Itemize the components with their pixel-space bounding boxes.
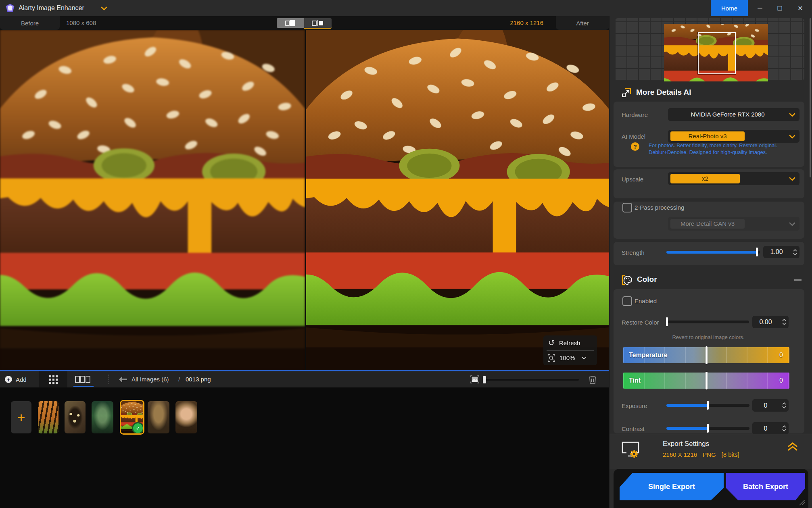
panel-scrollbar[interactable] (810, 18, 811, 177)
thumbnail-butterfly[interactable] (65, 401, 86, 433)
thumbnail-steampunk-dog[interactable] (148, 401, 169, 433)
after-pane[interactable] (306, 30, 609, 370)
color-collapse-button[interactable] (794, 279, 802, 281)
minimize-button[interactable]: ─ (751, 0, 769, 16)
after-tab[interactable]: After (556, 16, 609, 30)
tint-handle[interactable] (706, 372, 708, 389)
hardware-chevron-icon (789, 113, 795, 117)
export-collapse-icon[interactable] (787, 441, 798, 451)
split-view-icon (312, 20, 324, 26)
tint-slider[interactable]: Tint 0 (623, 373, 789, 389)
zoom-chevron-icon[interactable] (581, 356, 587, 360)
help-icon[interactable]: ? (631, 142, 639, 151)
split-view-button[interactable] (304, 18, 332, 29)
ai-model-value: Real-Photo v3 (670, 131, 745, 141)
navigator-viewport[interactable] (698, 32, 736, 74)
upscale-chevron-icon (789, 177, 795, 181)
resize-grip-icon[interactable] (798, 500, 805, 506)
zoom-control[interactable]: 100% (543, 350, 597, 365)
close-button[interactable]: ✕ (791, 0, 809, 16)
before-size: 1080 x 608 (66, 16, 96, 30)
help-line-1: For photos. Better fidelity, more clarit… (649, 142, 799, 149)
before-pane[interactable] (0, 30, 305, 370)
spin-up-icon[interactable] (793, 249, 797, 252)
single-view-button[interactable] (277, 18, 304, 28)
gan-model-dropdown[interactable]: More-Detail GAN v3 (668, 217, 799, 231)
filmstrip-view-button[interactable] (69, 371, 96, 387)
export-depth: [8 bits] (722, 451, 739, 458)
hardware-dropdown[interactable]: NVIDIA GeForce RTX 2080 (668, 108, 799, 121)
app-window: Aiarty Image Enhancer Home ─ □ ✕ Before … (0, 0, 812, 508)
temperature-handle[interactable] (706, 346, 708, 364)
strength-label: Strength (622, 249, 645, 256)
restore-color-handle[interactable] (666, 317, 668, 326)
strength-handle[interactable] (756, 248, 758, 256)
two-pass-checkbox[interactable] (622, 203, 632, 212)
after-label: After (576, 20, 589, 27)
thumbnail-burger-selected[interactable]: ✓ (120, 400, 144, 435)
navigator (615, 18, 804, 81)
portrait-image (175, 401, 197, 433)
upscale-label: Upscale (622, 176, 643, 183)
exposure-spinner[interactable] (782, 399, 786, 412)
add-image-tile[interactable]: + (11, 401, 31, 433)
contrast-spinner[interactable] (782, 422, 786, 435)
grid-view-button[interactable] (39, 371, 67, 387)
more-details-icon (621, 87, 632, 98)
contrast-fill (666, 427, 708, 430)
temperature-slider[interactable]: Temperature 0 (623, 347, 789, 363)
exposure-value-box[interactable]: 0 (752, 399, 789, 412)
exposure-handle[interactable] (707, 401, 709, 410)
breadcrumb-all-images[interactable]: All Images (6) (132, 371, 169, 387)
before-tab[interactable]: Before (0, 16, 60, 30)
contrast-value-box[interactable]: 0 (752, 422, 789, 435)
spin-down-icon[interactable] (793, 253, 797, 255)
restore-color-slider[interactable] (666, 321, 749, 323)
maximize-button[interactable]: □ (771, 0, 789, 16)
selected-check-badge: ✓ (132, 422, 144, 434)
temperature-label: Temperature (629, 347, 668, 363)
strength-spinner[interactable] (793, 246, 797, 258)
home-button[interactable]: Home (711, 0, 748, 16)
ai-model-label: AI Model (622, 133, 645, 140)
more-details-title: More Details AI (636, 88, 691, 97)
spin-down-icon[interactable] (782, 323, 786, 325)
contrast-slider[interactable] (666, 427, 749, 430)
spin-down-icon[interactable] (782, 429, 786, 431)
refresh-button[interactable]: ↺ Refresh (543, 335, 597, 350)
delete-icon[interactable] (589, 375, 597, 384)
two-pass-label: 2-Pass processing (635, 204, 684, 211)
spin-up-icon[interactable] (782, 319, 786, 321)
thumbnail-size-handle[interactable] (483, 376, 486, 383)
back-arrow-icon[interactable] (119, 376, 127, 383)
spin-up-icon[interactable] (782, 425, 786, 428)
thumbnail-tiger[interactable] (38, 401, 58, 433)
batch-export-button[interactable]: Batch Export (726, 473, 805, 500)
spin-down-icon[interactable] (782, 406, 786, 408)
thumbnail-size-icon (470, 375, 479, 383)
exposure-fill (666, 404, 708, 407)
contrast-handle[interactable] (707, 424, 709, 433)
export-settings-bar[interactable]: Export Settings 2160 X 1216 PNG [8 bits] (610, 434, 812, 469)
filmstrip-view-icon (75, 376, 90, 383)
upscale-dropdown[interactable]: x2 (668, 172, 799, 185)
exposure-slider[interactable] (666, 404, 749, 407)
restore-color-spinner[interactable] (782, 316, 786, 328)
tiger-image (38, 401, 58, 433)
strength-value-box[interactable]: 1.00 (763, 246, 799, 258)
single-export-button[interactable]: Single Export (620, 473, 724, 500)
add-button[interactable]: + Add (5, 371, 27, 387)
thumbnail-size-slider[interactable] (484, 379, 579, 381)
strength-slider[interactable] (666, 251, 760, 254)
add-plus-icon: + (5, 376, 12, 383)
ai-model-dropdown[interactable]: Real-Photo v3 (668, 130, 799, 143)
before-image (0, 30, 305, 370)
thumbnail-portrait[interactable] (175, 401, 197, 433)
spin-up-icon[interactable] (782, 402, 786, 405)
thumbnail-terrarium[interactable] (92, 401, 113, 433)
app-menu-chevron-icon[interactable] (101, 6, 107, 10)
restore-color-value: 0.00 (752, 316, 779, 328)
color-enabled-checkbox[interactable] (622, 296, 632, 306)
strength-value: 1.00 (763, 246, 790, 258)
restore-color-value-box[interactable]: 0.00 (752, 316, 789, 328)
